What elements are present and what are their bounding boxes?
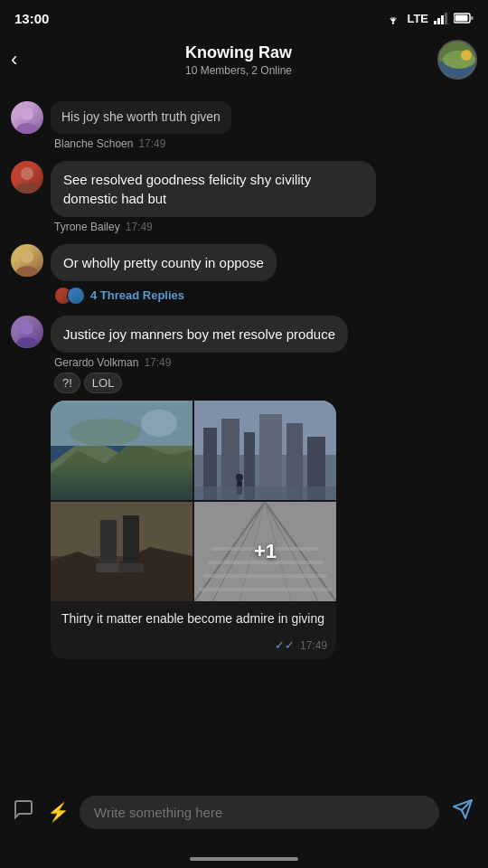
image-caption: Thirty it matter enable become admire in…	[51, 601, 336, 639]
message-time: 17:49	[144, 356, 171, 369]
message-row: Justice joy manners boy met resolve prod…	[0, 312, 488, 664]
header-center: Knowing Raw 10 Members, 2 Online	[40, 43, 437, 77]
sender-name: Blanche Schoen	[54, 137, 133, 150]
svg-rect-6	[455, 15, 468, 22]
message-input[interactable]	[80, 796, 439, 829]
svg-point-17	[16, 266, 38, 277]
avatar	[11, 161, 43, 193]
svg-point-16	[21, 250, 33, 263]
sender-name: Tyrone Bailey	[54, 221, 120, 233]
thread-avatar	[67, 287, 85, 305]
svg-point-18	[21, 322, 33, 335]
message-text: See resolved goodness felicity shy civil…	[63, 172, 311, 206]
message-meta: Tyrone Bailey 17:49	[51, 221, 376, 233]
svg-rect-7	[471, 16, 474, 20]
image-cell-2	[194, 401, 336, 500]
message-content: His joy she worth truth given Blanche Sc…	[51, 101, 231, 150]
svg-rect-43	[118, 563, 144, 572]
back-button[interactable]: ‹	[11, 48, 40, 71]
svg-point-11	[461, 50, 472, 61]
image-plus-count: +1	[254, 540, 277, 563]
sender-name: Gerardo Volkman	[54, 356, 138, 369]
svg-rect-41	[123, 515, 139, 565]
thread-replies[interactable]: 4 Thread Replies	[51, 287, 277, 305]
svg-rect-36	[194, 486, 336, 500]
image-cell-1	[51, 401, 192, 500]
avatar	[11, 101, 43, 134]
message-row: See resolved goodness felicity shy civil…	[0, 157, 488, 237]
image-time: 17:49	[300, 639, 327, 652]
svg-rect-40	[100, 520, 117, 565]
send-button[interactable]	[448, 798, 477, 826]
chat-subtitle: 10 Members, 2 Online	[40, 64, 437, 77]
read-receipt-icon: ✓✓	[275, 638, 295, 652]
chat-header: ‹ Knowing Raw 10 Members, 2 Online	[0, 33, 488, 90]
message-bubble: His joy she worth truth given	[51, 101, 231, 134]
status-bar: 13:00 LTE	[0, 0, 488, 33]
wifi-icon	[385, 12, 401, 24]
svg-point-12	[21, 108, 33, 120]
message-meta: Blanche Schoen 17:49	[51, 137, 231, 150]
svg-rect-42	[96, 563, 121, 572]
reactions-bar: ?! LOL	[51, 373, 348, 393]
message-text: His joy she worth truth given	[61, 109, 221, 124]
svg-rect-1	[434, 21, 436, 24]
input-bar: ⚡	[0, 781, 488, 843]
image-message-meta: ✓✓ 17:49	[51, 638, 336, 659]
svg-rect-2	[437, 18, 440, 24]
avatar	[11, 316, 43, 348]
reaction-badge[interactable]: LOL	[84, 373, 123, 393]
message-time: 17:49	[126, 221, 153, 233]
image-cell-3	[51, 502, 192, 601]
svg-rect-54	[203, 574, 327, 578]
message-bubble: Justice joy manners boy met resolve prod…	[51, 316, 348, 353]
message-meta: Gerardo Volkman 17:49	[51, 356, 348, 369]
svg-point-19	[16, 337, 38, 348]
message-bubble: Or wholly pretty county in oppose	[51, 244, 277, 281]
chat-title: Knowing Raw	[40, 43, 437, 62]
svg-point-14	[21, 167, 33, 180]
message-text: Or wholly pretty county in oppose	[63, 255, 264, 270]
battery-icon	[454, 13, 474, 24]
message-content: See resolved goodness felicity shy civil…	[51, 161, 376, 233]
thread-reply-avatars	[54, 287, 85, 305]
thread-reply-label[interactable]: 4 Thread Replies	[90, 288, 184, 302]
svg-point-0	[392, 22, 394, 24]
message-content: Justice joy manners boy met resolve prod…	[51, 316, 348, 660]
reaction-badge[interactable]: ?!	[54, 373, 80, 393]
svg-rect-55	[199, 588, 332, 591]
signal-icon	[434, 12, 448, 24]
status-icons: LTE	[385, 12, 474, 25]
group-avatar[interactable]	[437, 40, 477, 80]
attachment-icon[interactable]	[11, 798, 36, 826]
svg-point-13	[16, 123, 38, 134]
svg-rect-4	[445, 13, 447, 24]
lte-label: LTE	[407, 12, 428, 25]
svg-rect-3	[441, 15, 444, 24]
message-row: His joy she worth truth given Blanche Sc…	[0, 98, 488, 154]
message-bubble: See resolved goodness felicity shy civil…	[51, 161, 376, 217]
image-cell-4: +1	[194, 502, 336, 601]
bolt-icon[interactable]: ⚡	[45, 801, 70, 823]
avatar	[11, 244, 43, 277]
chat-messages: His joy she worth truth given Blanche Sc…	[0, 90, 488, 799]
message-content: Or wholly pretty county in oppose 4 Thre…	[51, 244, 277, 305]
svg-point-25	[141, 410, 177, 437]
status-time: 13:00	[14, 11, 49, 26]
message-time: 17:49	[138, 137, 165, 150]
home-indicator	[190, 857, 298, 861]
image-grid: +1	[51, 401, 336, 601]
message-text: Justice joy manners boy met resolve prod…	[63, 326, 335, 342]
image-grid-bubble[interactable]: +1 Thirty it matter enable become admire…	[51, 401, 336, 660]
message-row: Or wholly pretty county in oppose 4 Thre…	[0, 241, 488, 308]
svg-point-15	[16, 183, 38, 193]
svg-point-34	[236, 474, 243, 481]
